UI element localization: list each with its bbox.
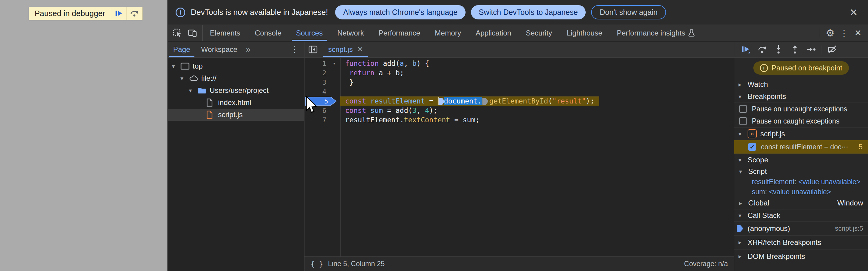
breakpoint-checkbox[interactable]: ✓ bbox=[748, 143, 756, 151]
tab-performance-insights[interactable]: Performance insights bbox=[610, 25, 702, 41]
checkbox[interactable] bbox=[739, 117, 747, 125]
coverage-label: Coverage: n/a bbox=[684, 260, 728, 268]
step-out-button[interactable] bbox=[787, 43, 803, 56]
tree-item-project-folder[interactable]: ▾ Users/user/project bbox=[168, 84, 304, 96]
toggle-navigator-button[interactable] bbox=[305, 41, 321, 57]
code-line[interactable]: 7resultElement.textContent = sum; bbox=[305, 115, 734, 125]
code-text[interactable]: return a + b; bbox=[340, 68, 404, 78]
section-scope[interactable]: ▾ Scope bbox=[734, 154, 868, 166]
code-line[interactable]: 4 bbox=[305, 87, 734, 96]
step-over-button[interactable] bbox=[126, 7, 142, 20]
inspect-element-button[interactable] bbox=[171, 27, 184, 39]
pause-uncaught-exceptions-option[interactable]: Pause on uncaught exceptions bbox=[734, 103, 868, 115]
tab-memory[interactable]: Memory bbox=[428, 25, 469, 41]
tree-item-top[interactable]: ▾ top bbox=[168, 60, 304, 72]
line-number[interactable]: 4 bbox=[305, 87, 328, 96]
scope-script-group[interactable]: ▾ Script bbox=[734, 166, 868, 177]
fold-gutter bbox=[328, 115, 340, 125]
chevron-down-icon[interactable]: ▾ bbox=[172, 63, 181, 70]
always-match-language-button[interactable]: Always match Chrome's language bbox=[335, 5, 465, 20]
pretty-print-icon[interactable]: { } bbox=[311, 260, 323, 268]
switch-to-japanese-button[interactable]: Switch DevTools to Japanese bbox=[471, 5, 586, 20]
tree-item-file-protocol[interactable]: ▾ file:// bbox=[168, 72, 304, 84]
flask-icon bbox=[688, 29, 695, 37]
tab-performance[interactable]: Performance bbox=[371, 25, 427, 41]
tab-page[interactable]: Page bbox=[168, 41, 196, 57]
call-stack-frame[interactable]: (anonymous) script.js:5 bbox=[734, 222, 868, 235]
tab-network[interactable]: Network bbox=[330, 25, 371, 41]
resume-button[interactable] bbox=[738, 43, 754, 56]
scope-variable[interactable]: sum: <value unavailable> bbox=[734, 187, 868, 197]
tab-lighthouse[interactable]: Lighthouse bbox=[559, 25, 609, 41]
section-xhr-breakpoints[interactable]: ▸ XHR/fetch Breakpoints bbox=[734, 236, 868, 249]
section-call-stack[interactable]: ▾ Call Stack bbox=[734, 209, 868, 221]
line-number[interactable]: 7 bbox=[305, 115, 328, 125]
devtools-window: i DevTools is now available in Japanese!… bbox=[167, 0, 868, 271]
inspect-icon bbox=[173, 29, 182, 38]
scope-global-group[interactable]: ▸ Global Window bbox=[734, 197, 868, 209]
line-number[interactable]: 6 bbox=[305, 106, 328, 115]
step-over-icon bbox=[130, 9, 139, 18]
code-line[interactable]: 55const resultElement = document.getElem… bbox=[305, 96, 734, 106]
dont-show-again-button[interactable]: Don't show again bbox=[591, 5, 666, 20]
code-line[interactable]: 1▾function add(a, b) { bbox=[305, 59, 734, 68]
tab-security[interactable]: Security bbox=[519, 25, 560, 41]
editor-tab-script-js[interactable]: script.js ✕ bbox=[323, 41, 368, 57]
line-number[interactable]: 1 bbox=[305, 59, 328, 68]
line-number[interactable]: 3 bbox=[305, 78, 328, 87]
section-breakpoints[interactable]: ▾ Breakpoints bbox=[734, 90, 868, 102]
fold-gutter bbox=[328, 87, 340, 96]
step-into-button[interactable] bbox=[771, 43, 786, 56]
fold-gutter bbox=[328, 106, 340, 115]
continue-to-location-icon[interactable] bbox=[482, 98, 488, 105]
chevron-down-icon: ▾ bbox=[739, 212, 748, 219]
code-text[interactable] bbox=[340, 87, 345, 96]
resume-script-button[interactable] bbox=[111, 7, 126, 20]
checkbox[interactable] bbox=[739, 105, 747, 113]
toggle-device-toolbar-button[interactable] bbox=[186, 27, 199, 39]
chevron-down-icon[interactable]: ▾ bbox=[181, 75, 189, 82]
more-tabs-icon[interactable]: » bbox=[243, 41, 253, 57]
settings-gear-icon[interactable]: ⚙ bbox=[823, 26, 837, 40]
chevron-down-icon[interactable]: ▾ bbox=[189, 87, 197, 94]
code-text[interactable]: function add(a, b) { bbox=[340, 59, 429, 68]
step-button[interactable] bbox=[803, 43, 819, 56]
tab-sources[interactable]: Sources bbox=[289, 25, 330, 41]
divider bbox=[820, 28, 820, 38]
line-number[interactable]: 2 bbox=[305, 68, 328, 78]
close-tab-icon[interactable]: ✕ bbox=[357, 45, 363, 54]
tab-console[interactable]: Console bbox=[247, 25, 289, 41]
code-text[interactable]: const resultElement = document.getElemen… bbox=[340, 96, 599, 106]
code-text[interactable]: resultElement.textContent = sum; bbox=[340, 115, 479, 125]
scope-variable[interactable]: resultElement: <value unavailable> bbox=[734, 177, 868, 187]
paused-status-wrap: i Paused on breakpoint bbox=[734, 58, 868, 78]
panels-container: Page Workspace » ⋮ ▾ top ▾ bbox=[168, 41, 868, 271]
chevron-down-icon: ▾ bbox=[739, 168, 748, 175]
tree-item-index-html[interactable]: index.html bbox=[168, 96, 304, 109]
notification-close-icon[interactable]: ✕ bbox=[847, 7, 860, 18]
code-line[interactable]: 6const sum = add(3, 4); bbox=[305, 106, 734, 115]
section-watch[interactable]: ▸ Watch bbox=[734, 78, 868, 90]
breakpoint-entry[interactable]: ✓ const resultElement = doc⋯ 5 bbox=[734, 140, 868, 154]
tab-elements[interactable]: Elements bbox=[203, 25, 247, 41]
step-over-button[interactable] bbox=[754, 43, 770, 56]
close-devtools-icon[interactable]: ✕ bbox=[851, 26, 865, 40]
kebab-menu-icon[interactable]: ⋮ bbox=[837, 26, 851, 40]
code-area[interactable]: 1▾function add(a, b) {2 return a + b;3 }… bbox=[305, 58, 734, 257]
code-line[interactable]: 2 return a + b; bbox=[305, 68, 734, 78]
debugger-sidebar: i Paused on breakpoint ▸ Watch ▾ Breakpo… bbox=[734, 41, 868, 271]
deactivate-breakpoints-button[interactable] bbox=[824, 43, 840, 56]
code-text[interactable]: const sum = add(3, 4); bbox=[340, 106, 438, 115]
breakpoint-file-group[interactable]: ▾ ‹› script.js bbox=[734, 127, 868, 140]
tree-item-script-js[interactable]: script.js bbox=[168, 109, 304, 121]
fold-arrow-icon[interactable]: ▾ bbox=[328, 59, 340, 68]
section-dom-breakpoints[interactable]: ▸ DOM Breakpoints bbox=[734, 249, 868, 263]
code-line[interactable]: 3 } bbox=[305, 78, 734, 87]
pause-caught-exceptions-option[interactable]: Pause on caught exceptions bbox=[734, 115, 868, 127]
tab-application[interactable]: Application bbox=[468, 25, 518, 41]
html-file-icon bbox=[206, 98, 218, 107]
navigator-kebab-menu-icon[interactable]: ⋮ bbox=[285, 41, 304, 57]
toolbar-right-icons: ⚙ ⋮ ✕ bbox=[817, 25, 868, 41]
tab-workspace[interactable]: Workspace bbox=[196, 41, 243, 57]
code-text[interactable]: } bbox=[340, 78, 353, 87]
